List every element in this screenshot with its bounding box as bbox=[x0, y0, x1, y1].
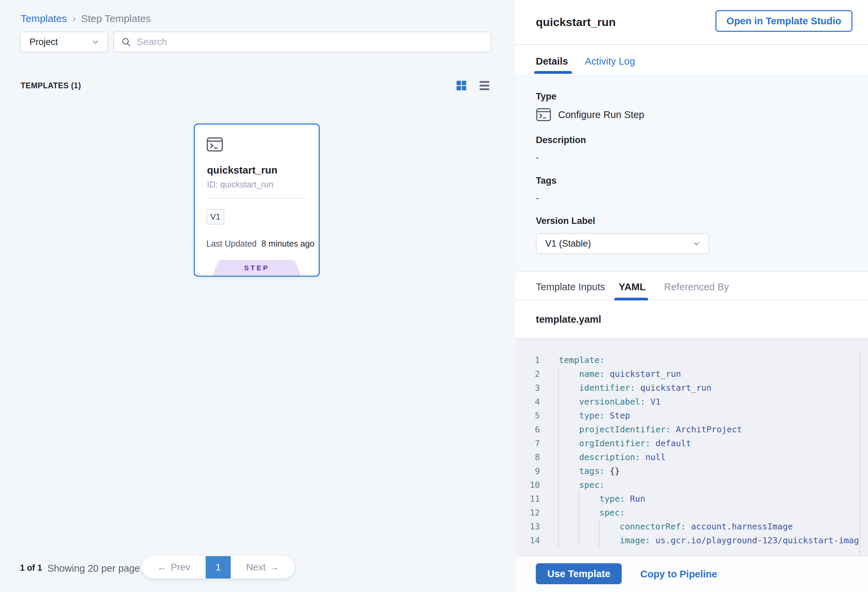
indent-guide bbox=[599, 520, 599, 533]
use-template-button[interactable]: Use Template bbox=[536, 563, 622, 584]
indent-guide bbox=[558, 436, 559, 450]
page-1-button[interactable]: 1 bbox=[206, 556, 231, 579]
yaml-code-editor[interactable]: 1template:2name: quickstart_run3identifi… bbox=[515, 338, 868, 556]
yaml-line-11: 11type: Run bbox=[515, 492, 868, 506]
arrow-right-icon: → bbox=[270, 562, 279, 573]
run-step-terminal-icon bbox=[536, 108, 551, 122]
details-section: Type Configure Run Step Description - Ta… bbox=[515, 74, 868, 271]
indent-guide bbox=[558, 478, 559, 492]
detail-header: quickstart_run Open in Template Studio bbox=[515, 0, 868, 45]
yaml-line-14: 14image: us.gcr.io/playground-123/quicks… bbox=[515, 533, 868, 547]
indent-guide bbox=[558, 506, 559, 520]
card-divider bbox=[206, 198, 308, 199]
search-input[interactable] bbox=[137, 37, 484, 47]
breadcrumb-current: Step Templates bbox=[81, 13, 151, 24]
chevron-down-icon bbox=[692, 239, 701, 248]
yaml-filename: template.yaml bbox=[536, 314, 601, 325]
version-badge: V1 bbox=[206, 209, 224, 224]
breadcrumb: Templates › Step Templates bbox=[21, 13, 151, 24]
prev-page-button[interactable]: ← Prev bbox=[142, 556, 206, 579]
yaml-line-4: 4versionLabel: V1 bbox=[515, 395, 868, 409]
template-detail-panel: quickstart_run Open in Template Studio D… bbox=[515, 0, 868, 592]
description-value: - bbox=[536, 152, 539, 163]
scope-dropdown[interactable]: Project bbox=[20, 31, 108, 52]
pagination-pill: ← Prev 1 Next → bbox=[142, 556, 295, 579]
yaml-subtabs: Template Inputs YAML Referenced By bbox=[515, 271, 868, 300]
view-toggles bbox=[455, 79, 491, 92]
yaml-line-6: 6projectIdentifier: ArchitProject bbox=[515, 422, 868, 436]
breadcrumb-templates-link[interactable]: Templates bbox=[21, 13, 67, 24]
indent-guide bbox=[558, 367, 559, 381]
indent-guide bbox=[558, 464, 559, 478]
yaml-line-12: 12spec: bbox=[515, 506, 868, 520]
active-tab-underline bbox=[534, 71, 572, 74]
tags-label: Tags bbox=[536, 176, 557, 186]
yaml-line-10: 10spec: bbox=[515, 478, 868, 492]
chevron-down-icon bbox=[91, 38, 100, 46]
scope-dropdown-value: Project bbox=[30, 37, 58, 47]
version-select-value: V1 (Stable) bbox=[545, 239, 591, 249]
yaml-line-5: 5type: Step bbox=[515, 409, 868, 422]
indent-guide bbox=[579, 506, 579, 520]
last-updated-label: Last Updated bbox=[206, 239, 257, 249]
active-subtab-underline bbox=[614, 298, 648, 300]
run-step-terminal-icon bbox=[206, 137, 223, 152]
tab-activity-log[interactable]: Activity Log bbox=[585, 56, 635, 67]
yaml-file-row: template.yaml bbox=[515, 300, 868, 338]
type-value: Configure Run Step bbox=[558, 109, 644, 120]
indent-guide bbox=[558, 422, 559, 436]
yaml-code-lines: 1template:2name: quickstart_run3identifi… bbox=[515, 353, 868, 556]
tags-value: - bbox=[536, 192, 539, 203]
list-view-icon[interactable] bbox=[478, 79, 491, 92]
step-type-tag: STEP bbox=[213, 260, 301, 276]
card-title: quickstart_run bbox=[207, 164, 278, 176]
indent-guide bbox=[558, 492, 559, 506]
detail-footer: Use Template Copy to Pipeline bbox=[515, 556, 868, 592]
yaml-line-9: 9tags: {} bbox=[515, 464, 868, 478]
indent-guide bbox=[558, 395, 559, 409]
next-page-button[interactable]: Next → bbox=[231, 556, 295, 579]
tab-yaml[interactable]: YAML bbox=[619, 282, 646, 292]
indent-guide bbox=[579, 533, 579, 547]
search-box bbox=[113, 31, 492, 52]
indent-guide bbox=[558, 520, 559, 533]
yaml-line-2: 2name: quickstart_run bbox=[515, 367, 868, 381]
last-updated-value: 8 minutes ago bbox=[261, 239, 314, 249]
detail-tabs: Details Activity Log bbox=[515, 46, 868, 74]
page-count: 1 of 1 bbox=[20, 563, 42, 573]
detail-title: quickstart_run bbox=[536, 16, 616, 29]
templates-list-panel: Templates › Step Templates Project TEMPL… bbox=[0, 0, 515, 592]
indent-guide bbox=[558, 450, 559, 464]
breadcrumb-chevron-icon: › bbox=[72, 13, 76, 24]
version-select[interactable]: V1 (Stable) bbox=[536, 233, 709, 254]
template-card-quickstart-run[interactable]: quickstart_run ID: quickstart_run V1 Las… bbox=[194, 124, 320, 277]
tab-details[interactable]: Details bbox=[536, 56, 568, 67]
templates-count-header: TEMPLATES (1) bbox=[21, 81, 81, 90]
yaml-line-8: 8description: null bbox=[515, 450, 868, 464]
last-updated-row: Last Updated 8 minutes ago bbox=[206, 239, 314, 249]
copy-to-pipeline-link[interactable]: Copy to Pipeline bbox=[640, 569, 717, 580]
version-label: Version Label bbox=[536, 216, 595, 226]
indent-guide bbox=[579, 520, 579, 533]
card-id: ID: quickstart_run bbox=[207, 180, 273, 189]
open-in-template-studio-button[interactable]: Open in Template Studio bbox=[716, 10, 852, 32]
grid-view-icon[interactable] bbox=[455, 79, 468, 92]
description-label: Description bbox=[536, 135, 586, 145]
arrow-left-icon: ← bbox=[157, 562, 167, 573]
yaml-line-3: 3identifier: quickstart_run bbox=[515, 381, 868, 395]
yaml-line-7: 7orgIdentifier: default bbox=[515, 436, 868, 450]
yaml-line-1: 1template: bbox=[515, 353, 868, 367]
search-icon bbox=[121, 37, 131, 47]
editor-scrollbar-rail[interactable] bbox=[859, 352, 860, 556]
type-label: Type bbox=[536, 92, 557, 102]
indent-guide bbox=[558, 409, 559, 422]
tab-referenced-by[interactable]: Referenced By bbox=[664, 282, 729, 292]
indent-guide bbox=[599, 533, 599, 547]
indent-guide bbox=[558, 533, 559, 547]
items-per-page-label: Showing 20 per page bbox=[47, 563, 140, 574]
indent-guide bbox=[558, 381, 559, 395]
yaml-line-13: 13connectorRef: account.harnessImage bbox=[515, 520, 868, 533]
type-value-row: Configure Run Step bbox=[536, 108, 644, 122]
tab-template-inputs[interactable]: Template Inputs bbox=[536, 282, 605, 292]
indent-guide bbox=[579, 492, 579, 506]
